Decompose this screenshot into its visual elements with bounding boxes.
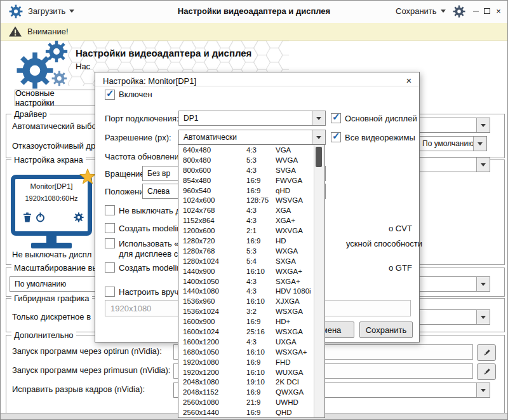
failsafe-driver-label: Отказоустойчивый др [12,141,95,151]
save-button-label: Сохранить [396,6,437,16]
resolution-option-res: 2048x1152 [178,388,246,396]
resolution-option[interactable]: 1920x108016:9FHD [178,357,314,367]
resolution-option[interactable]: 800x4805:3WVGA [178,155,314,165]
port-select[interactable]: DP1 [178,111,326,126]
resolution-option[interactable]: 2560x108021:9UWHD [178,397,314,407]
failsafe-driver-select[interactable]: По умолчанию [417,136,487,151]
resolution-option[interactable]: 1536x96016:10XJXGA [178,296,314,306]
settings-gear-button[interactable] [453,5,465,20]
resolution-option[interactable]: 1280x7685:3WXGA [178,246,314,256]
resolution-option-ratio: 16:10 [246,348,276,356]
resolution-option-res: 1280x720 [178,237,246,245]
resolution-option-name: WSVGA [276,196,314,204]
monitor-settings-button[interactable] [74,212,84,225]
enabled-label: Включен [119,90,152,99]
resolution-option-ratio: 16:9 [246,388,276,396]
resolution-option-name: VGA [276,146,314,154]
resolution-option[interactable]: 1600x12004:3UXGA [178,337,314,347]
tearfree-label: Исправить разрыв кадров (nVidia): [12,384,145,394]
resolution-option-res: 1024x600 [178,196,246,204]
resolution-option[interactable]: 2048x115216:9QWXGA [178,387,314,397]
resolution-option-ratio: 19:10 [246,378,276,386]
resolution-option[interactable]: 800x6004:3SVGA [178,165,314,175]
primary-display-checkbox[interactable] [331,113,341,123]
resolution-dropdown-rows: 640x4804:3VGA800x4805:3WVGA800x6004:3SVG… [178,145,314,417]
pencil-icon [483,349,491,357]
resolution-option[interactable]: 960x54016:9qHD [178,186,314,196]
resolution-option-ratio: 16:9 [246,177,276,184]
page-subtitle: Нас [76,62,90,71]
resolution-option-name: XJXGA [276,297,314,305]
resolution-option[interactable]: 1280x10245:4SXGA [178,256,314,266]
resolution-option-ratio: 16:9 [246,187,276,194]
resolution-select[interactable]: Автоматически [178,130,326,145]
resolution-option[interactable]: 1440x10804:3HDV 1080i [178,286,314,296]
scaling-value: По умолчанию [15,280,66,288]
resolution-option[interactable]: 1440x90016:10WXGA+ [178,266,314,276]
resolution-option[interactable]: 1200x6002:1WXVGA [178,226,314,236]
cvt-reduced-checkbox[interactable] [105,238,115,248]
primary-display-label: Основной дисплей [345,114,417,123]
dialog-close-button[interactable]: × [403,74,415,86]
delete-monitor-button[interactable] [23,212,32,225]
resolution-option[interactable]: 640x4804:3VGA [178,145,314,155]
resolution-scrollbar[interactable] [314,145,324,417]
resolution-option[interactable]: 1600x90016:9HD+ [178,316,314,327]
resolution-option-name: FHD [276,358,314,366]
gtf-checkbox[interactable] [105,262,115,273]
resolution-option[interactable]: 1152x8644:3XGA+ [178,215,314,226]
resolution-option[interactable]: 1024x7684:3XGA [178,205,314,215]
resolution-option-res: 1600x900 [178,318,246,325]
group-screen-label: Настройка экрана [11,155,86,165]
manual-checkbox[interactable] [105,287,115,297]
dpms-checkbox[interactable] [105,205,115,215]
resolution-option-ratio: 5:3 [246,247,276,255]
resolution-option-ratio: 16:10 [246,268,276,275]
resolution-option[interactable]: 1920x120016:10WUXGA [178,367,314,377]
power-icon [36,212,45,222]
resolution-option-res: 800x600 [178,166,246,174]
resolution-option-name: SVGA [276,166,314,174]
resolution-option-res: 2560x1440 [178,409,246,416]
save-button[interactable]: Сохранить [359,322,413,338]
resolution-option-name: WSXGA [276,308,314,315]
cvt-label-fragment: о CVT [389,224,412,233]
primusrun-edit-button[interactable] [477,363,496,380]
dropdown-arrow-icon [476,277,490,291]
resolution-option[interactable]: 1536x10243:2WSXGA [178,306,314,316]
resolution-option[interactable]: 2560x144016:9QHD [178,407,314,417]
resolution-option-ratio: 4:3 [246,217,276,224]
resolution-option-name: 2K DCI [276,378,314,386]
resolution-option[interactable]: 2048x108019:102K DCI [178,377,314,387]
dropdown-arrow-icon [476,118,490,132]
monitor-stand [46,236,57,243]
resolution-option-res: 1600x1200 [178,338,246,346]
close-button[interactable]: × [493,6,504,16]
resolution-option-name: WXVGA [276,227,314,234]
optirun-edit-button[interactable] [477,344,496,361]
resolution-option[interactable]: 1280x72016:9HD [178,236,314,246]
resolution-option-ratio: 21:9 [246,398,276,406]
resolution-option[interactable]: 1024x600128:75WSVGA [178,195,314,205]
resolution-option-ratio: 25:16 [246,328,276,335]
cvt-checkbox[interactable] [105,223,115,233]
save-menu-button[interactable]: Сохранить [396,6,446,16]
resolution-option[interactable]: 1400x10504:3SXGA+ [178,276,314,287]
dropdown-arrow-icon [476,158,490,172]
power-monitor-button[interactable] [36,212,45,225]
tab-basic-settings[interactable]: Основные настройки [15,90,95,106]
scrollbar-thumb[interactable] [316,147,322,167]
maximize-button[interactable] [482,6,492,16]
resolution-option[interactable]: 1680x105016:10WSXGA+ [178,347,314,357]
resolution-option-ratio: 5:3 [246,156,276,164]
port-value: DP1 [184,114,198,123]
all-modes-checkbox[interactable] [331,132,341,142]
enabled-checkbox[interactable] [105,90,115,100]
resolution-option-ratio: 3:2 [246,308,276,315]
minimize-button[interactable] [471,6,481,16]
resolution-option[interactable]: 854x48016:9FWVGA [178,175,314,186]
dpms-main-label: Не выключать диспл [12,250,91,259]
resolution-option-ratio: 16:10 [246,369,276,376]
titlebar: Загрузить Настройки видеоадаптера и дисп… [1,1,507,24]
resolution-option[interactable]: 1600x102425:16WSXGA [178,327,314,337]
